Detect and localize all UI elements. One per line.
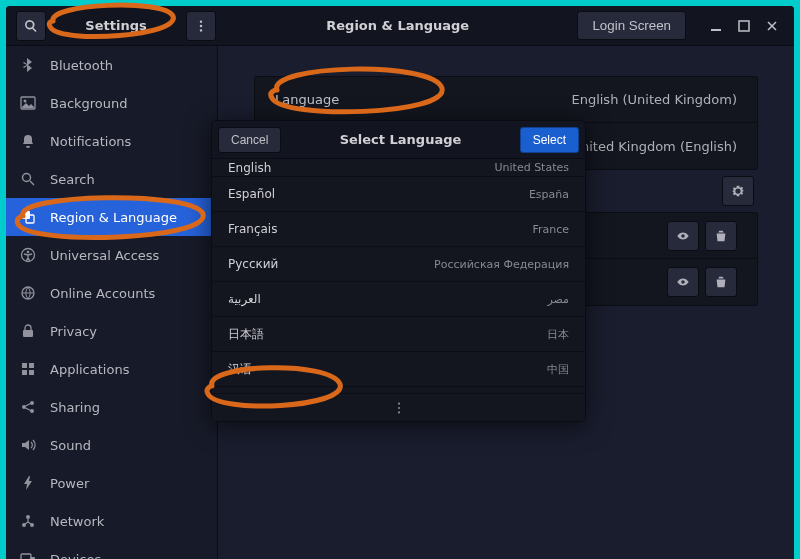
language-region: United States (495, 161, 570, 174)
more-languages-button[interactable] (212, 393, 585, 421)
minimize-button[interactable] (705, 15, 727, 37)
sidebar-item-label: Sound (50, 438, 91, 453)
svg-rect-14 (22, 363, 27, 368)
language-row[interactable]: Español España (212, 177, 585, 212)
svg-point-7 (23, 174, 31, 182)
apps-icon (20, 361, 36, 377)
language-name: English (228, 161, 271, 175)
svg-point-11 (27, 251, 30, 254)
language-region: España (529, 188, 569, 201)
share-icon (20, 399, 36, 415)
language-row[interactable]: العربية مصر (212, 282, 585, 317)
close-button[interactable] (761, 15, 783, 37)
close-icon (766, 20, 778, 32)
sidebar-item-online-accounts[interactable]: Online Accounts (6, 274, 217, 312)
svg-rect-17 (29, 370, 34, 375)
sidebar-item-label: Applications (50, 362, 129, 377)
svg-point-6 (24, 100, 27, 103)
remove-source-button[interactable] (705, 267, 737, 297)
login-screen-button[interactable]: Login Screen (577, 11, 686, 40)
language-row[interactable]: 汉语 中国 (212, 352, 585, 387)
sidebar-item-background[interactable]: Background (6, 84, 217, 122)
input-sources-settings[interactable] (722, 176, 754, 206)
sidebar: Bluetooth Background Notifications Searc… (6, 46, 218, 559)
titlebar-right: Login Screen (577, 11, 794, 40)
language-list[interactable]: English United States Español España Fra… (212, 159, 585, 393)
sidebar-item-bluetooth[interactable]: Bluetooth (6, 46, 217, 84)
show-layout-button[interactable] (667, 221, 699, 251)
bell-icon (20, 133, 36, 149)
language-name: Español (228, 187, 275, 201)
language-row-label: Language (275, 92, 339, 107)
sidebar-item-label: Universal Access (50, 248, 159, 263)
svg-rect-3 (711, 29, 721, 31)
svg-point-27 (397, 406, 399, 408)
lock-icon (20, 323, 36, 339)
trash-icon (714, 229, 728, 243)
search-icon (20, 171, 36, 187)
svg-rect-4 (739, 21, 749, 31)
page-title: Region & Language (218, 18, 577, 33)
sidebar-item-label: Power (50, 476, 89, 491)
svg-rect-16 (22, 370, 27, 375)
language-row[interactable]: Language English (United Kingdom) (255, 77, 757, 123)
eye-icon (676, 275, 690, 289)
bluetooth-icon (20, 57, 36, 73)
sidebar-item-applications[interactable]: Applications (6, 350, 217, 388)
dialog-header: Cancel Select Language Select (212, 121, 585, 159)
sidebar-item-notifications[interactable]: Notifications (6, 122, 217, 160)
globe-icon (20, 285, 36, 301)
language-row[interactable]: Français France (212, 212, 585, 247)
maximize-button[interactable] (733, 15, 755, 37)
sidebar-item-devices[interactable]: Devices (6, 540, 217, 559)
menu-button[interactable] (186, 11, 216, 41)
sidebar-item-universal-access[interactable]: Universal Access (6, 236, 217, 274)
titlebar: Settings Region & Language Login Screen (6, 6, 794, 46)
network-icon (20, 513, 36, 529)
sidebar-item-power[interactable]: Power (6, 464, 217, 502)
language-row[interactable]: English United States (212, 159, 585, 177)
sound-icon (20, 437, 36, 453)
power-icon (20, 475, 36, 491)
sidebar-item-label: Devices (50, 552, 101, 560)
sidebar-item-search[interactable]: Search (6, 160, 217, 198)
sidebar-item-label: Bluetooth (50, 58, 113, 73)
remove-source-button[interactable] (705, 221, 737, 251)
formats-row-value: United Kingdom (English) (571, 139, 737, 154)
accessibility-icon (20, 247, 36, 263)
sidebar-item-sound[interactable]: Sound (6, 426, 217, 464)
select-button[interactable]: Select (520, 127, 579, 153)
svg-rect-13 (23, 330, 33, 337)
language-region: 日本 (547, 327, 569, 342)
language-region: France (532, 223, 569, 236)
svg-point-21 (26, 515, 30, 519)
language-region: مصر (547, 293, 569, 306)
cancel-button[interactable]: Cancel (218, 127, 281, 153)
eye-icon (676, 229, 690, 243)
svg-point-28 (397, 411, 399, 413)
svg-point-1 (200, 24, 202, 26)
language-name: 汉语 (228, 361, 252, 378)
language-row[interactable]: Русский Российская Федерация (212, 247, 585, 282)
show-layout-button[interactable] (667, 267, 699, 297)
sidebar-item-network[interactable]: Network (6, 502, 217, 540)
sidebar-item-sharing[interactable]: Sharing (6, 388, 217, 426)
dialog-title: Select Language (340, 132, 462, 147)
sidebar-item-label: Search (50, 172, 95, 187)
language-row[interactable]: 日本語 日本 (212, 317, 585, 352)
background-icon (20, 95, 36, 111)
devices-icon (20, 551, 36, 559)
sidebar-item-region-language[interactable]: Region & Language (6, 198, 217, 236)
sidebar-item-privacy[interactable]: Privacy (6, 312, 217, 350)
svg-point-2 (200, 29, 202, 31)
sidebar-item-label: Sharing (50, 400, 100, 415)
language-region: 中国 (547, 362, 569, 377)
svg-point-20 (30, 409, 34, 413)
sidebar-item-label: Notifications (50, 134, 131, 149)
gear-icon (731, 184, 745, 198)
svg-point-26 (397, 402, 399, 404)
search-button[interactable] (16, 11, 46, 41)
sidebar-item-label: Privacy (50, 324, 97, 339)
sidebar-item-label: Region & Language (50, 210, 177, 225)
sidebar-item-label: Background (50, 96, 128, 111)
